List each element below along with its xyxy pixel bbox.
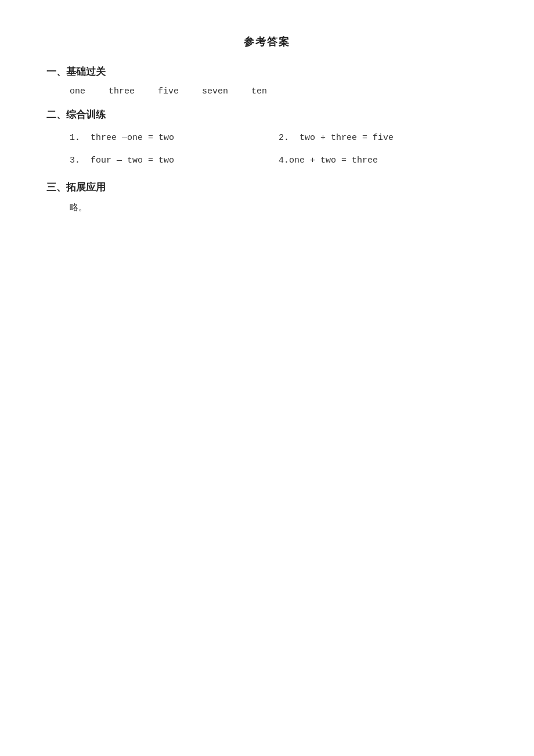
exercise-item-4: 4.one + two = three bbox=[279, 152, 488, 169]
exercise-number-2: 2. bbox=[279, 133, 289, 143]
section2-heading: 二、综合训练 bbox=[46, 108, 488, 121]
exercise-item-1: 1. three —one = two bbox=[70, 129, 279, 146]
exercise-number-4: 4. bbox=[279, 156, 289, 165]
page-title: 参考答案 bbox=[46, 35, 488, 49]
exercise-expr-4: one + two = three bbox=[289, 156, 378, 165]
exercise-number-1: 1. bbox=[70, 133, 80, 143]
exercise-number-3: 3. bbox=[70, 156, 80, 165]
exercise-item-2: 2. two + three = five bbox=[279, 129, 488, 146]
section3-note: 略。 bbox=[70, 202, 488, 213]
word-seven: seven bbox=[202, 87, 228, 96]
exercise-expr-1: three —one = two bbox=[91, 133, 174, 143]
exercise-item-3: 3. four — two = two bbox=[70, 152, 279, 169]
section1-heading: 一、基础过关 bbox=[46, 65, 488, 78]
word-ten: ten bbox=[251, 87, 267, 96]
exercise-expr-2: two + three = five bbox=[300, 133, 394, 143]
word-one: one bbox=[70, 87, 85, 96]
section3-heading: 三、拓展应用 bbox=[46, 181, 488, 194]
word-row: one three five seven ten bbox=[70, 87, 488, 96]
section2: 二、综合训练 1. three —one = two 2. two + thre… bbox=[46, 108, 488, 169]
word-three: three bbox=[109, 87, 135, 96]
section3: 三、拓展应用 略。 bbox=[46, 181, 488, 213]
section1: 一、基础过关 one three five seven ten bbox=[46, 65, 488, 96]
word-five: five bbox=[158, 87, 179, 96]
exercise-expr-3: four — two = two bbox=[91, 156, 174, 165]
